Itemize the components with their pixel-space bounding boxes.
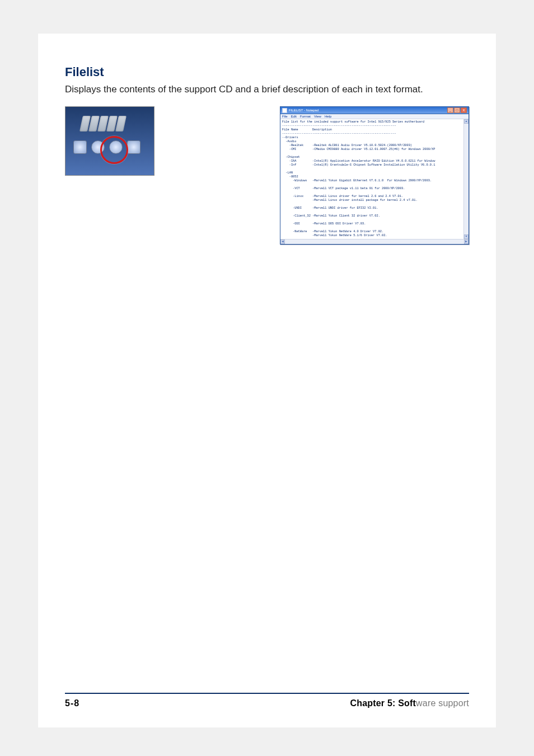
notepad-titlebar: FILELIST - Notepad _ □ X	[280, 107, 469, 114]
figure-row: FILELIST - Notepad _ □ X File Edit Forma…	[65, 106, 469, 245]
scroll-right-icon[interactable]: ▶	[464, 240, 469, 244]
doc-icon-highlight-ring	[100, 136, 128, 164]
doc-icon	[127, 140, 140, 154]
section-body: Displays the contents of the support CD …	[65, 83, 469, 96]
grid-icon	[73, 140, 87, 154]
notepad-title: FILELIST - Notepad	[289, 109, 318, 112]
notepad-window: FILELIST - Notepad _ □ X File Edit Forma…	[280, 106, 469, 245]
chapter-title: Chapter 5: Software support	[350, 698, 469, 708]
notepad-text-body[interactable]: File list for the included support softw…	[280, 119, 469, 239]
menu-view[interactable]: View	[314, 115, 321, 118]
section-title: Filelist	[65, 65, 469, 79]
scroll-down-icon[interactable]: ▼	[464, 234, 469, 239]
notepad-icon	[282, 108, 287, 113]
scrollbar-vertical[interactable]: ▲ ▼	[463, 119, 469, 239]
page-footer: 5-8 Chapter 5: Software support	[65, 693, 469, 708]
minimize-button[interactable]: _	[447, 107, 453, 113]
scroll-up-icon[interactable]: ▲	[464, 119, 469, 124]
scrollbar-horizontal[interactable]: ◀ ▶	[280, 239, 469, 244]
maximize-button[interactable]: □	[454, 107, 460, 113]
menu-format[interactable]: Format	[300, 115, 311, 118]
window-controls: _ □ X	[447, 107, 467, 113]
menu-file[interactable]: File	[282, 115, 288, 118]
chapter-title-strong: Chapter 5: Soft	[350, 698, 416, 708]
notepad-menubar: File Edit Format View Help	[280, 114, 469, 119]
menu-edit[interactable]: Edit	[291, 115, 297, 118]
asus-logo	[79, 114, 145, 134]
close-button[interactable]: X	[461, 107, 467, 113]
page-number: 5-8	[65, 698, 79, 708]
menu-help[interactable]: Help	[325, 115, 331, 118]
chapter-title-light: ware support	[416, 698, 469, 708]
scroll-left-icon[interactable]: ◀	[280, 240, 285, 244]
support-cd-thumbnail	[65, 106, 154, 176]
